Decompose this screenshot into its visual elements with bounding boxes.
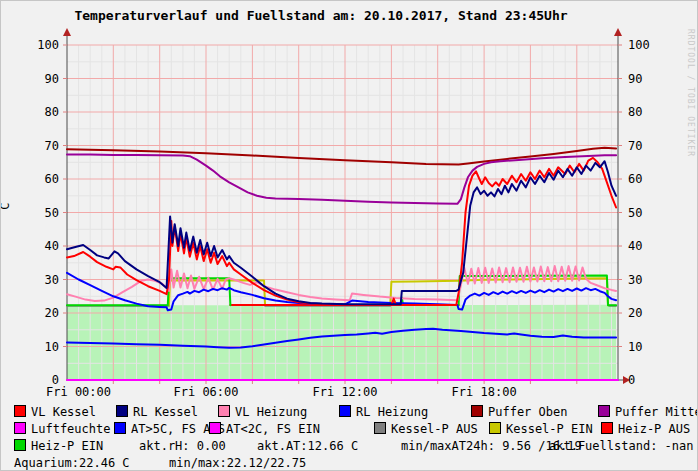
arrow-up-right: [614, 28, 622, 36]
legend-label-heiz-p-ein: Heiz-P EIN: [31, 439, 103, 453]
legend-row-2: Luftfeuchte AT>5C, FS AUS AT<2C, FS EIN …: [1, 422, 698, 439]
stat-aquarium-minmax: min/max:22.12/22.75: [169, 456, 306, 470]
series-vl-kessel: [67, 158, 616, 305]
rl-heizung-swatch: [339, 405, 351, 417]
legend-label-luftfeuchte: Luftfeuchte: [31, 422, 110, 436]
puffer-mitte-swatch: [598, 405, 610, 417]
puffer-oben-swatch: [471, 405, 483, 417]
legend-item-heiz-p-ein: Heiz-P EIN: [14, 439, 103, 453]
legend-row-3: Heiz-P EIN akt.rH: 0.00 akt.AT:12.66 C m…: [1, 439, 698, 456]
legend-label-rl-heizung: RL Heizung: [356, 405, 428, 419]
heiz-p-ein-swatch: [14, 439, 26, 451]
legend-label-rl-kessel: RL Kessel: [133, 405, 198, 419]
y-tick-label-right: 70: [628, 139, 642, 153]
luftfeuchte-swatch: [14, 422, 26, 434]
legend-label-kessel-p-ein: Kessel-P EIN: [506, 422, 593, 436]
rrdtool-graph: Temperaturverlauf und Fuellstand am: 20.…: [0, 0, 698, 471]
y-tick-label-right: 90: [628, 72, 642, 86]
legend-label-heiz-p-aus: Heiz-P AUS: [618, 422, 690, 436]
y-tick-label-left: 50: [45, 206, 59, 220]
legend-item-vl-kessel: VL Kessel: [14, 405, 96, 419]
series-rl-kessel: [67, 161, 616, 304]
heiz-p-aus-swatch: [601, 422, 613, 434]
legend-item-luftfeuchte: Luftfeuchte: [14, 422, 110, 436]
stat-aquarium: Aquarium:22.46 C: [14, 456, 130, 470]
legend-item-puffer-oben: Puffer Oben: [471, 405, 567, 419]
legend-label-vl-heizung: VL Heizung: [235, 405, 307, 419]
series-aquarium-area: [67, 305, 616, 380]
legend-label-vl-kessel: VL Kessel: [31, 405, 96, 419]
legend-item-rl-heizung: RL Heizung: [339, 405, 428, 419]
kessel-p-ein-swatch: [489, 422, 501, 434]
stat-fuellstand: akt.Fuellstand: -nan: [549, 439, 694, 453]
y-tick-label-right: 20: [628, 306, 642, 320]
legend-item-kessel-p-aus: Kessel-P AUS: [374, 422, 478, 436]
vl-heizung-swatch: [218, 405, 230, 417]
legend-item-puffer-mitte: Puffer Mitte: [598, 405, 698, 419]
y-tick-label-left: 70: [45, 139, 59, 153]
arrow-up-left: [63, 28, 71, 36]
x-tick-label: Fri 06:00: [173, 385, 238, 399]
legend-label-kessel-p-aus: Kessel-P AUS: [391, 422, 478, 436]
y-tick-label-right: 0: [628, 373, 635, 387]
x-tick-label: Fri 00:00: [46, 385, 111, 399]
vl-kessel-swatch: [14, 405, 26, 417]
y-tick-label-left: 20: [45, 306, 59, 320]
y-tick-label-right: 80: [628, 105, 642, 119]
legend-item-at-lt2: AT<2C, FS EIN: [209, 422, 320, 436]
y-tick-label-left: 40: [45, 239, 59, 253]
x-tick-label: Fri 18:00: [452, 385, 517, 399]
y-tick-label-right: 100: [628, 38, 650, 52]
y-tick-label-left: 90: [45, 72, 59, 86]
y-tick-label-left: 100: [37, 38, 59, 52]
legend-label-puffer-oben: Puffer Oben: [488, 405, 567, 419]
legend-item-rl-kessel: RL Kessel: [116, 405, 198, 419]
legend-row-4: Aquarium:22.46 C min/max:22.12/22.75: [1, 456, 698, 471]
y-tick-label-right: 50: [628, 206, 642, 220]
y-tick-label-left: 30: [45, 273, 59, 287]
legend-row-1: VL Kessel RL Kessel VL Heizung RL Heizun…: [1, 405, 698, 422]
at-gt5-swatch: [114, 422, 126, 434]
kessel-p-aus-swatch: [374, 422, 386, 434]
at-lt2-swatch: [209, 422, 221, 434]
y-tick-label-right: 30: [628, 273, 642, 287]
legend-label-at-lt2: AT<2C, FS EIN: [226, 422, 320, 436]
y-tick-label-right: 40: [628, 239, 642, 253]
rl-kessel-swatch: [116, 405, 128, 417]
legend-label-puffer-mitte: Puffer Mitte: [615, 405, 698, 419]
chart-plot: 0010102020303040405050606070708080909010…: [1, 1, 698, 471]
y-tick-label-left: 60: [45, 172, 59, 186]
rrdtool-watermark: RRDTOOL / TOBI OETIKER: [686, 29, 695, 157]
y-tick-label-left: 10: [45, 340, 59, 354]
legend-item-kessel-p-ein: Kessel-P EIN: [489, 422, 593, 436]
series-vl-heizung: [67, 266, 616, 301]
stat-akt-rh: akt.rH: 0.00: [139, 439, 226, 453]
y-tick-label-left: 80: [45, 105, 59, 119]
y-tick-label-right: 60: [628, 172, 642, 186]
legend-item-vl-heizung: VL Heizung: [218, 405, 307, 419]
x-tick-label: Fri 12:00: [312, 385, 377, 399]
legend-item-heiz-p-aus: Heiz-P AUS: [601, 422, 690, 436]
stat-akt-at: akt.AT:12.66 C: [257, 439, 358, 453]
y-tick-label-right: 10: [628, 340, 642, 354]
